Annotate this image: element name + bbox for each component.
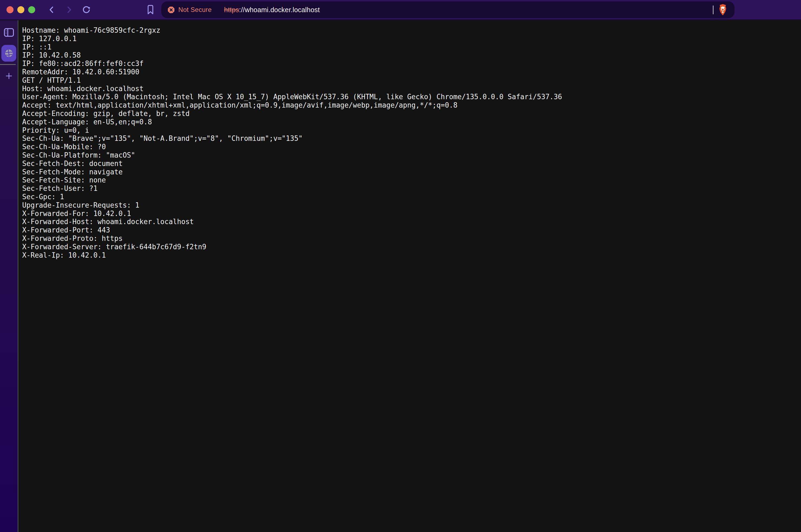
reload-button[interactable] xyxy=(81,5,91,15)
brave-shield-icon xyxy=(717,3,728,16)
window-controls xyxy=(6,6,35,13)
urlbar-divider xyxy=(713,5,714,14)
not-secure-octagon-icon xyxy=(167,6,175,14)
url-separator: :// xyxy=(239,6,244,14)
bookmark-button[interactable] xyxy=(145,4,156,16)
close-window-button[interactable] xyxy=(6,6,14,13)
url-host: whoami.docker.localhost xyxy=(245,6,320,14)
browser-topbar: Not Secure https://whoami.docker.localho… xyxy=(0,0,801,20)
active-tab-whoami[interactable] xyxy=(1,45,16,62)
url-text: https://whoami.docker.localhost xyxy=(224,6,320,14)
sidebar-toggle-button[interactable] xyxy=(3,27,14,38)
navigation-buttons xyxy=(47,5,91,15)
browser-window: Not Secure https://whoami.docker.localho… xyxy=(0,0,801,532)
plus-icon xyxy=(5,72,13,80)
zoom-window-button[interactable] xyxy=(28,6,35,13)
browser-body: Hostname: whoami-76c9859cfc-2rgxz IP: 12… xyxy=(0,20,801,532)
url-scheme: https xyxy=(224,6,239,14)
sidebar-toggle-icon xyxy=(3,27,14,38)
page-content: Hostname: whoami-76c9859cfc-2rgxz IP: 12… xyxy=(18,20,801,532)
response-text: Hostname: whoami-76c9859cfc-2rgxz IP: 12… xyxy=(18,20,801,259)
forward-icon xyxy=(65,5,74,14)
sidebar-divider xyxy=(0,64,16,65)
back-icon xyxy=(47,5,56,14)
brave-shields-button[interactable] xyxy=(717,3,728,16)
vertical-tabs-sidebar xyxy=(0,20,18,532)
globe-icon xyxy=(4,49,14,58)
minimize-window-button[interactable] xyxy=(17,6,24,13)
new-tab-button[interactable] xyxy=(5,72,13,80)
reload-icon xyxy=(81,5,91,15)
address-bar[interactable]: Not Secure https://whoami.docker.localho… xyxy=(161,1,734,18)
not-secure-label: Not Secure xyxy=(178,6,212,14)
forward-button[interactable] xyxy=(64,5,74,15)
bookmark-icon xyxy=(147,5,154,15)
back-button[interactable] xyxy=(47,5,57,15)
